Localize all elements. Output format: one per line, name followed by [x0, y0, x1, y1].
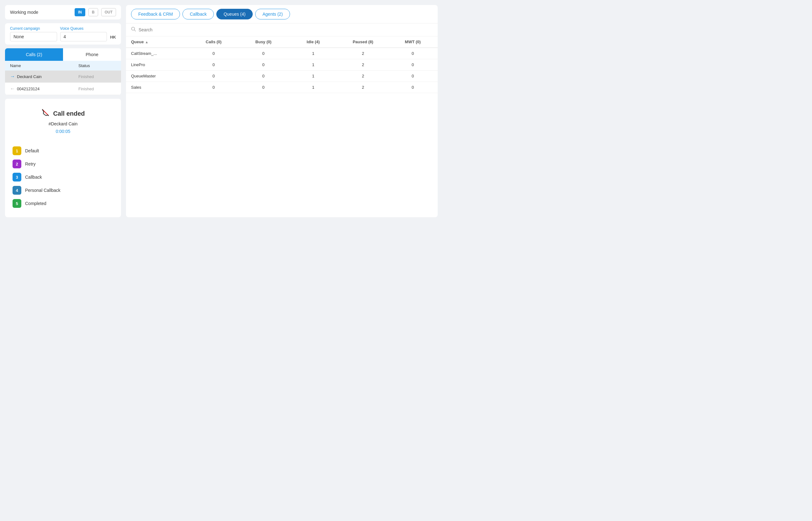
- arrow-in-icon: ←: [10, 86, 15, 92]
- calls-header-name: Name: [10, 63, 78, 68]
- voice-queues-field: Voice Queues 4: [60, 26, 107, 41]
- queue-name: LinePro: [126, 62, 189, 67]
- table-row[interactable]: LinePro 0 0 1 2 0: [126, 59, 438, 70]
- call-ended-title: Call ended: [53, 110, 85, 117]
- header-calls: Calls (0): [189, 40, 239, 44]
- header-paused: Paused (8): [338, 40, 388, 44]
- queue-idle: 1: [289, 85, 338, 90]
- calls-phone-tabs: Calls (2) Phone: [5, 48, 121, 61]
- disposition-badge-2: 2: [13, 160, 21, 168]
- queue-busy: 0: [239, 62, 289, 67]
- campaign-row: Current campaign None Voice Queues 4 HK: [5, 23, 121, 45]
- queue-name: Sales: [126, 85, 189, 90]
- call-row-name: Deckard Cain: [17, 74, 42, 79]
- disposition-badge-5: 5: [13, 199, 21, 208]
- working-mode-label: Working mode: [10, 10, 71, 15]
- queue-idle: 1: [289, 51, 338, 56]
- queue-paused: 2: [338, 51, 388, 56]
- disposition-item-completed[interactable]: 5 Completed: [13, 199, 113, 208]
- disposition-label-default: Default: [25, 148, 39, 153]
- current-campaign-field: Current campaign None: [10, 26, 57, 41]
- queue-mwt: 0: [388, 85, 438, 90]
- search-bar: [126, 23, 438, 36]
- current-campaign-value: None: [10, 32, 57, 41]
- disposition-item-callback[interactable]: 3 Callback: [13, 173, 113, 181]
- disposition-label-personal-callback: Personal Callback: [25, 188, 61, 193]
- calls-header-status: Status: [78, 63, 116, 68]
- disposition-item-retry[interactable]: 2 Retry: [13, 160, 113, 168]
- queues-table-header: Queue ▲ Calls (0) Busy (0) Idle (4) Paus…: [126, 36, 438, 48]
- queue-busy: 0: [239, 74, 289, 78]
- queue-mwt: 0: [388, 62, 438, 67]
- disposition-badge-1: 1: [13, 146, 21, 155]
- queue-calls: 0: [189, 85, 239, 90]
- disposition-label-callback: Callback: [25, 175, 42, 180]
- disposition-item-personal-callback[interactable]: 4 Personal Callback: [13, 186, 113, 195]
- table-row[interactable]: ← 0042123124 Finished: [5, 83, 121, 95]
- disposition-label-completed: Completed: [25, 201, 46, 206]
- mode-out-button[interactable]: OUT: [101, 8, 116, 16]
- queue-name: CallStream_...: [126, 51, 189, 56]
- header-idle: Idle (4): [289, 40, 338, 44]
- disposition-badge-4: 4: [13, 186, 21, 195]
- queue-mwt: 0: [388, 51, 438, 56]
- arrow-out-icon: →: [10, 74, 15, 79]
- queue-busy: 0: [239, 51, 289, 56]
- calls-table: Name Status → Deckard Cain Finished ← 00…: [5, 61, 121, 95]
- disposition-label-retry: Retry: [25, 161, 36, 166]
- right-panel: Feedback & CRM Callback Queues (4) Agent…: [126, 5, 438, 217]
- tab-feedback-crm[interactable]: Feedback & CRM: [131, 9, 180, 19]
- calls-phone-panel: Calls (2) Phone Name Status → Deckard Ca…: [5, 48, 121, 95]
- voice-queues-value: 4: [60, 32, 107, 41]
- tab-calls[interactable]: Calls (2): [5, 48, 63, 61]
- search-icon: [131, 27, 136, 33]
- disposition-badge-3: 3: [13, 173, 21, 181]
- tab-queues[interactable]: Queues (4): [216, 9, 253, 19]
- call-ended-panel: Call ended #Deckard Cain 0:00:05 1 Defau…: [5, 99, 121, 217]
- queue-idle: 1: [289, 62, 338, 67]
- queue-idle: 1: [289, 74, 338, 78]
- tab-phone[interactable]: Phone: [63, 48, 121, 61]
- call-row-name: 0042123124: [17, 87, 40, 91]
- hk-badge: HK: [110, 26, 116, 41]
- header-mwt: MWT (0): [388, 40, 438, 44]
- call-ended-name: #Deckard Cain: [49, 121, 78, 126]
- queue-calls: 0: [189, 74, 239, 78]
- call-row-status: Finished: [78, 74, 116, 79]
- working-mode-bar: Working mode IN B OUT: [5, 5, 121, 19]
- mode-b-button[interactable]: B: [88, 8, 98, 16]
- queue-name: QueueMaster: [126, 74, 189, 78]
- tab-callback[interactable]: Callback: [182, 9, 214, 19]
- table-row[interactable]: CallStream_... 0 0 1 2 0: [126, 48, 438, 59]
- disposition-list: 1 Default 2 Retry 3 Callback: [5, 140, 121, 214]
- voice-queues-label: Voice Queues: [60, 26, 107, 31]
- table-row[interactable]: → Deckard Cain Finished: [5, 70, 121, 83]
- queues-table: Queue ▲ Calls (0) Busy (0) Idle (4) Paus…: [126, 36, 438, 217]
- call-row-status: Finished: [78, 87, 116, 91]
- queue-busy: 0: [239, 85, 289, 90]
- left-panel: Working mode IN B OUT Current campaign N…: [5, 5, 121, 217]
- table-row[interactable]: Sales 0 0 1 2 0: [126, 82, 438, 93]
- calls-table-header: Name Status: [5, 61, 121, 70]
- call-ended-section: Call ended #Deckard Cain 0:00:05: [5, 99, 121, 140]
- queue-calls: 0: [189, 51, 239, 56]
- table-row[interactable]: QueueMaster 0 0 1 2 0: [126, 70, 438, 82]
- queue-paused: 2: [338, 85, 388, 90]
- queue-mwt: 0: [388, 74, 438, 78]
- queue-paused: 2: [338, 74, 388, 78]
- header-busy: Busy (0): [239, 40, 289, 44]
- phone-ended-icon: [41, 108, 50, 119]
- top-nav: Feedback & CRM Callback Queues (4) Agent…: [126, 5, 438, 23]
- queue-calls: 0: [189, 62, 239, 67]
- call-ended-duration: 0:00:05: [56, 129, 70, 134]
- disposition-item-default[interactable]: 1 Default: [13, 146, 113, 155]
- queue-paused: 2: [338, 62, 388, 67]
- svg-line-1: [135, 30, 136, 31]
- sort-arrow-icon: ▲: [145, 40, 148, 44]
- call-ended-icon-row: Call ended: [41, 108, 85, 119]
- current-campaign-label: Current campaign: [10, 26, 57, 31]
- mode-in-button[interactable]: IN: [75, 8, 85, 16]
- header-queue: Queue ▲: [126, 40, 189, 44]
- search-input[interactable]: [139, 27, 433, 32]
- tab-agents[interactable]: Agents (2): [255, 9, 290, 19]
